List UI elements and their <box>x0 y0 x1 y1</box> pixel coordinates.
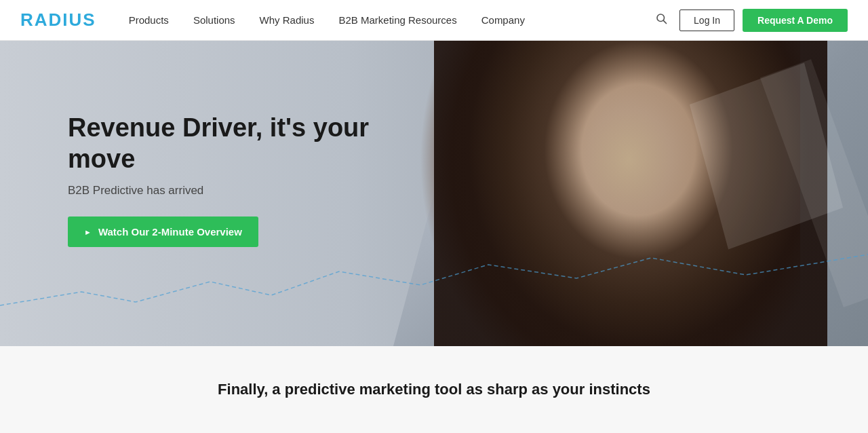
hero-cta-button[interactable]: ► Watch Our 2-Minute Overview <box>68 216 258 247</box>
hero-subtitle: B2B Predictive has arrived <box>68 184 420 197</box>
nav-actions: Log In Request A Demo <box>651 8 848 32</box>
search-icon <box>655 12 667 24</box>
nav-item-company[interactable]: Company <box>469 0 537 41</box>
hero-title: Revenue Driver, it's your move <box>68 113 420 174</box>
play-icon: ► <box>84 228 92 236</box>
hero-cta-label: Watch Our 2-Minute Overview <box>98 226 242 238</box>
navbar: RADIUS Products Solutions Why Radius B2B… <box>0 0 868 41</box>
hero-section: Revenue Driver, it's your move B2B Predi… <box>0 41 868 346</box>
svg-line-1 <box>663 20 666 23</box>
bottom-section: Finally, a predictive marketing tool as … <box>0 346 868 433</box>
bottom-tagline: Finally, a predictive marketing tool as … <box>218 381 650 398</box>
search-button[interactable] <box>651 8 671 32</box>
nav-item-products[interactable]: Products <box>117 0 181 41</box>
nav-links: Products Solutions Why Radius B2B Market… <box>117 0 651 41</box>
nav-item-why-radius[interactable]: Why Radius <box>248 0 327 41</box>
logo[interactable]: RADIUS <box>20 10 96 31</box>
login-button[interactable]: Log In <box>679 10 734 31</box>
nav-item-solutions[interactable]: Solutions <box>181 0 248 41</box>
hero-content: Revenue Driver, it's your move B2B Predi… <box>68 113 420 247</box>
logo-text: RADIUS <box>20 10 96 31</box>
request-demo-button[interactable]: Request A Demo <box>743 9 848 32</box>
nav-item-b2b-resources[interactable]: B2B Marketing Resources <box>326 0 469 41</box>
